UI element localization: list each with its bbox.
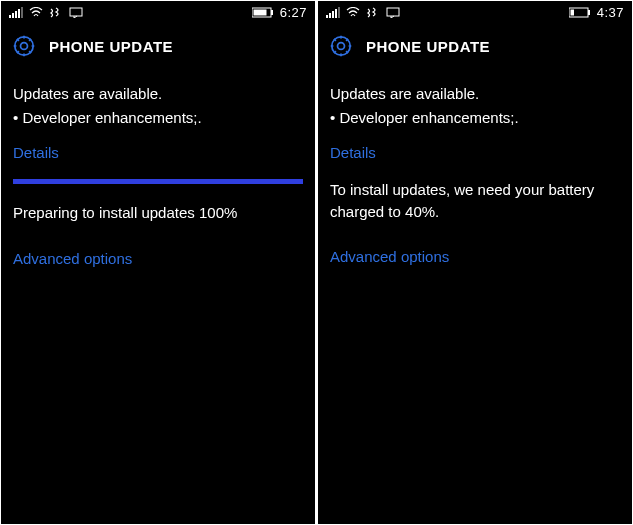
svg-rect-4 (21, 7, 23, 18)
status-text: Preparing to install updates 100% (13, 202, 303, 224)
status-bar: 6:27 (1, 1, 315, 23)
page-title: PHONE UPDATE (49, 38, 173, 55)
notification-icon (69, 7, 83, 18)
notification-icon (386, 7, 400, 18)
svg-rect-0 (9, 15, 11, 18)
phone-screen-right: 4:37 PHONE UPDATE Updates are available.… (318, 1, 632, 524)
svg-rect-19 (588, 10, 590, 15)
page-header: PHONE UPDATE (318, 23, 632, 83)
page-title: PHONE UPDATE (366, 38, 490, 55)
svg-rect-16 (387, 8, 399, 16)
svg-rect-11 (326, 15, 328, 18)
status-icons-left (326, 7, 400, 18)
details-link[interactable]: Details (13, 144, 303, 161)
svg-point-9 (21, 43, 28, 50)
vibrate-icon (49, 7, 63, 18)
signal-icon (326, 7, 340, 18)
svg-rect-3 (18, 9, 20, 18)
gear-icon (328, 33, 354, 59)
wifi-icon (346, 7, 360, 18)
svg-rect-15 (338, 7, 340, 18)
content-area: Updates are available. • Developer enhan… (318, 83, 632, 283)
update-item: • Developer enhancements;. (330, 109, 620, 126)
battery-icon (252, 7, 274, 18)
svg-rect-1 (12, 13, 14, 18)
svg-rect-12 (329, 13, 331, 18)
status-icons-right: 6:27 (252, 5, 307, 20)
clock: 6:27 (280, 5, 307, 20)
progress-bar (13, 179, 303, 184)
battery-warning-text: To install updates, we need your battery… (330, 179, 620, 223)
details-link[interactable]: Details (330, 144, 620, 161)
svg-rect-13 (332, 11, 334, 18)
updates-available-text: Updates are available. (13, 83, 303, 105)
vibrate-icon (366, 7, 380, 18)
svg-point-20 (338, 43, 345, 50)
status-bar: 4:37 (318, 1, 632, 23)
status-icons-left (9, 7, 83, 18)
signal-icon (9, 7, 23, 18)
status-icons-right: 4:37 (569, 5, 624, 20)
svg-rect-8 (271, 10, 273, 15)
advanced-options-link[interactable]: Advanced options (13, 250, 303, 267)
svg-rect-7 (253, 10, 266, 16)
wifi-icon (29, 7, 43, 18)
updates-available-text: Updates are available. (330, 83, 620, 105)
page-header: PHONE UPDATE (1, 23, 315, 83)
phone-screen-left: 6:27 PHONE UPDATE Updates are available.… (1, 1, 315, 524)
battery-low-icon (569, 7, 591, 18)
svg-rect-5 (70, 8, 82, 16)
svg-rect-14 (335, 9, 337, 18)
svg-rect-2 (15, 11, 17, 18)
update-item: • Developer enhancements;. (13, 109, 303, 126)
content-area: Updates are available. • Developer enhan… (1, 83, 315, 285)
gear-icon (11, 33, 37, 59)
svg-point-21 (332, 37, 350, 55)
clock: 4:37 (597, 5, 624, 20)
svg-point-10 (15, 37, 33, 55)
advanced-options-link[interactable]: Advanced options (330, 248, 620, 265)
svg-rect-18 (570, 10, 574, 16)
